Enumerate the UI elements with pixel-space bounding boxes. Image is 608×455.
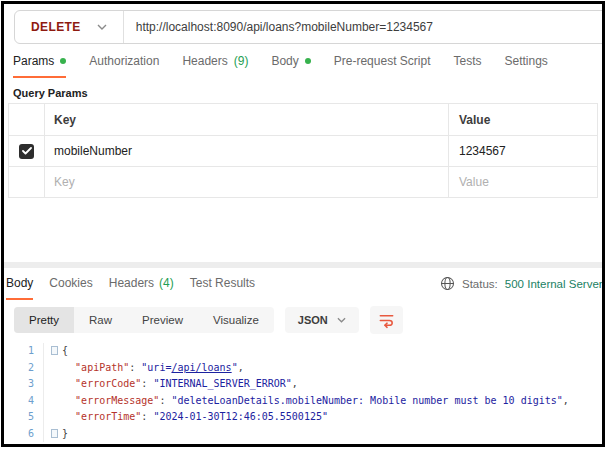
select-all-cell (9, 104, 45, 135)
api-path-link[interactable]: /api/loans (171, 362, 231, 373)
table-row-placeholder: Key Value (9, 166, 597, 197)
tab-label: Body (271, 54, 298, 68)
code-token: : (141, 378, 153, 389)
code-token: "errorTime" (75, 411, 141, 422)
tab-label: Headers (182, 54, 227, 68)
code-line: 2 "apiPath": "uri=/api/loans", (8, 360, 602, 377)
param-value-field[interactable]: 1234567 (449, 136, 597, 166)
line-number: 2 (8, 360, 34, 377)
new-param-value-field[interactable]: Value (449, 167, 597, 197)
tab-settings[interactable]: Settings (505, 54, 548, 76)
param-checkbox[interactable] (19, 144, 34, 159)
tab-authorization[interactable]: Authorization (89, 54, 159, 76)
response-meta: Status: 500 Internal Server (440, 276, 603, 291)
tab-label: Body (6, 276, 33, 290)
tab-label: Settings (505, 54, 548, 68)
format-dropdown[interactable]: JSON (285, 307, 359, 333)
code-text: } (43, 426, 68, 443)
code-token (51, 411, 75, 422)
code-text: "errorMessage": "deleteLoanDetails.mobil… (43, 393, 569, 410)
fold-marker-icon[interactable] (51, 429, 58, 438)
tab-body[interactable]: Body (271, 54, 310, 76)
code-line: 1{ (8, 343, 602, 360)
view-tab-preview[interactable]: Preview (127, 307, 198, 333)
code-token: { (62, 345, 68, 356)
tab-label: Pre-request Script (334, 54, 431, 68)
url-input[interactable] (124, 20, 605, 34)
code-line: 5 "errorTime": "2024-01-30T12:46:05.5500… (8, 409, 602, 426)
green-dot-icon (305, 58, 311, 64)
status-label: Status: (462, 278, 498, 290)
request-tabs: Params Authorization Headers (9) Body Pr… (13, 54, 548, 78)
code-token (51, 362, 75, 373)
line-number: 3 (8, 376, 34, 393)
code-token: "errorMessage" (75, 395, 159, 406)
chevron-down-icon (337, 317, 346, 323)
checkmark-icon (22, 147, 32, 155)
response-headers-count: (4) (159, 276, 174, 290)
method-label: DELETE (31, 20, 81, 34)
tab-label: Headers (109, 276, 154, 290)
code-token (51, 395, 75, 406)
response-tab-headers[interactable]: Headers (4) (109, 268, 174, 298)
empty-checkbox-cell (9, 167, 45, 197)
query-params-table: Key Value mobileNumber 1234567 Key Value (8, 103, 598, 198)
view-tab-raw[interactable]: Raw (74, 307, 127, 333)
code-token: , (292, 378, 298, 389)
code-text: "errorCode": "INTERNAL_SERVER_ERROR", (43, 376, 298, 393)
code-token (51, 378, 75, 389)
tab-headers[interactable]: Headers (9) (182, 54, 248, 76)
view-mode-segmented-control: Pretty Raw Preview Visualize (14, 307, 274, 333)
response-tab-test-results[interactable]: Test Results (190, 268, 255, 298)
response-tab-cookies[interactable]: Cookies (49, 268, 92, 298)
code-token: , (238, 362, 244, 373)
query-params-heading: Query Params (13, 87, 88, 99)
method-dropdown[interactable]: DELETE (15, 11, 123, 43)
line-number: 1 (8, 343, 34, 360)
code-token: "apiPath" (75, 362, 129, 373)
code-token: } (62, 428, 68, 439)
table-row: mobileNumber 1234567 (9, 135, 597, 166)
line-number: 4 (8, 393, 34, 410)
param-key-field[interactable]: mobileNumber (45, 136, 449, 166)
green-dot-icon (60, 58, 66, 64)
wrap-text-icon (377, 311, 396, 330)
code-token: : (129, 362, 141, 373)
value-column-header: Value (449, 104, 597, 135)
response-body-viewer[interactable]: 1{2 "apiPath": "uri=/api/loans",3 "error… (8, 343, 602, 444)
code-token: "errorCode" (75, 378, 141, 389)
code-text: "apiPath": "uri=/api/loans", (43, 360, 244, 377)
code-token: "INTERNAL_SERVER_ERROR" (153, 378, 291, 389)
code-line: 3 "errorCode": "INTERNAL_SERVER_ERROR", (8, 376, 602, 393)
code-token: "uri= (141, 362, 171, 373)
code-line: 6} (8, 426, 602, 443)
tab-label: Cookies (49, 276, 92, 290)
code-token: "2024-01-30T12:46:05.5500125" (153, 411, 328, 422)
new-param-key-field[interactable]: Key (45, 167, 449, 197)
tab-pre-request-script[interactable]: Pre-request Script (334, 54, 431, 76)
response-tabs: Body Cookies Headers (4) Test Results (6, 268, 255, 300)
code-token: "deleteLoanDetails.mobileNumber: Mobile … (171, 395, 562, 406)
tab-tests[interactable]: Tests (453, 54, 481, 76)
globe-icon[interactable] (440, 276, 455, 291)
wrap-text-button[interactable] (370, 306, 403, 334)
code-text: { (43, 343, 68, 360)
tab-label: Params (13, 54, 54, 68)
table-header-row: Key Value (9, 104, 597, 135)
response-tab-body[interactable]: Body (6, 268, 33, 300)
tab-params[interactable]: Params (13, 54, 66, 78)
code-lines: 1{2 "apiPath": "uri=/api/loans",3 "error… (8, 343, 602, 442)
chevron-down-icon (97, 24, 107, 30)
code-token: : (141, 411, 153, 422)
line-number: 5 (8, 409, 34, 426)
status-badge: 500 Internal Server (505, 278, 603, 290)
view-tab-visualize[interactable]: Visualize (198, 307, 274, 333)
tab-label: Test Results (190, 276, 255, 290)
postman-window: DELETE Params Authorization Headers (9) … (1, 1, 605, 447)
key-column-header: Key (45, 104, 449, 135)
fold-marker-icon[interactable] (51, 346, 58, 355)
code-token: : (159, 395, 171, 406)
view-tab-pretty[interactable]: Pretty (14, 307, 74, 333)
tab-label: Tests (453, 54, 481, 68)
format-label: JSON (298, 314, 328, 326)
